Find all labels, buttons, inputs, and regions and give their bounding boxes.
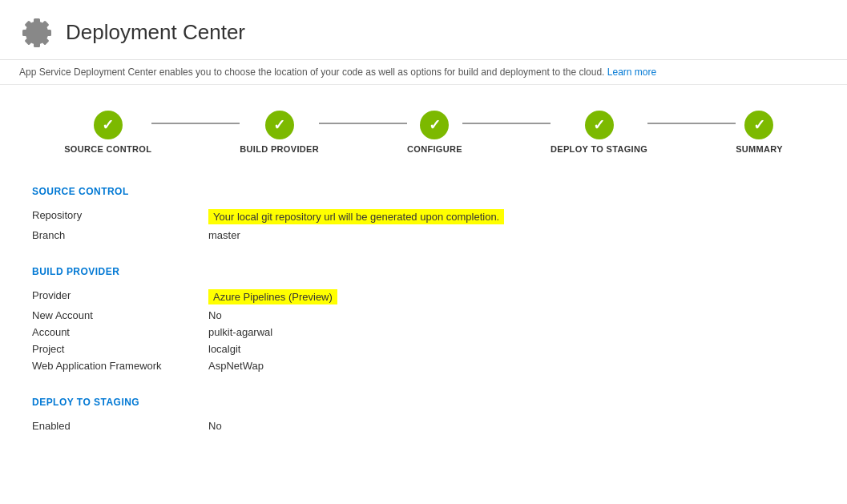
- deploy-to-staging-section: DEPLOY TO STAGING Enabled No: [32, 397, 815, 434]
- label-project: Project: [32, 343, 208, 355]
- build-provider-section: BUILD PROVIDER Provider Azure Pipelines …: [32, 266, 815, 374]
- step-label-4: DEPLOY TO STAGING: [551, 144, 647, 154]
- step-label-5: SUMMARY: [736, 144, 783, 154]
- value-enabled: No: [208, 420, 222, 432]
- content-area: SOURCE CONTROL Repository Your local git…: [0, 173, 847, 489]
- value-branch: master: [208, 229, 240, 241]
- step-label-3: CONFIGURE: [407, 144, 462, 154]
- learn-more-link[interactable]: Learn more: [607, 67, 656, 78]
- label-web-app-framework: Web Application Framework: [32, 360, 208, 372]
- value-account: pulkit-agarwal: [208, 326, 272, 338]
- source-control-section: SOURCE CONTROL Repository Your local git…: [32, 186, 815, 244]
- step-circle-2: ✓: [265, 111, 294, 139]
- value-repository: Your local git repository url will be ge…: [208, 209, 504, 224]
- step-line-4: [647, 123, 736, 124]
- step-circle-3: ✓: [420, 111, 449, 139]
- page-header: Deployment Center: [0, 0, 847, 60]
- step-label-1: SOURCE CONTROL: [64, 144, 151, 154]
- step-container: ✓ SOURCE CONTROL ✓ BUILD PROVIDER ✓ CONF…: [64, 111, 783, 154]
- label-provider: Provider: [32, 289, 208, 304]
- step-line-3: [462, 123, 551, 124]
- value-new-account: No: [208, 309, 222, 321]
- step-line-2: [319, 123, 407, 124]
- source-control-title: SOURCE CONTROL: [32, 186, 815, 197]
- label-repository: Repository: [32, 209, 208, 224]
- info-row-repository: Repository Your local git repository url…: [32, 207, 815, 227]
- deploy-to-staging-title: DEPLOY TO STAGING: [32, 397, 815, 408]
- value-web-app-framework: AspNetWap: [208, 360, 264, 372]
- info-row-web-app-framework: Web Application Framework AspNetWap: [32, 357, 815, 374]
- label-new-account: New Account: [32, 309, 208, 321]
- build-provider-title: BUILD PROVIDER: [32, 266, 815, 277]
- step-deploy-to-staging: ✓ DEPLOY TO STAGING: [551, 111, 647, 154]
- highlight-repository: Your local git repository url will be ge…: [208, 209, 504, 224]
- subtitle-bar: App Service Deployment Center enables yo…: [0, 60, 847, 85]
- step-circle-4: ✓: [585, 111, 614, 139]
- label-branch: Branch: [32, 229, 208, 241]
- highlight-provider: Azure Pipelines (Preview): [208, 289, 337, 304]
- step-circle-1: ✓: [94, 111, 123, 139]
- info-row-branch: Branch master: [32, 227, 815, 244]
- checkmark-1: ✓: [102, 116, 114, 134]
- subtitle-text: App Service Deployment Center enables yo…: [19, 67, 604, 78]
- step-circle-5: ✓: [744, 111, 773, 139]
- step-source-control: ✓ SOURCE CONTROL: [64, 111, 151, 154]
- label-account: Account: [32, 326, 208, 338]
- step-line-1: [151, 123, 240, 124]
- label-enabled: Enabled: [32, 420, 208, 432]
- build-provider-table: Provider Azure Pipelines (Preview) New A…: [32, 287, 815, 374]
- info-row-provider: Provider Azure Pipelines (Preview): [32, 287, 815, 307]
- info-row-enabled: Enabled No: [32, 417, 815, 434]
- info-row-new-account: New Account No: [32, 307, 815, 324]
- step-summary: ✓ SUMMARY: [736, 111, 783, 154]
- gear-icon: [19, 14, 54, 50]
- deploy-to-staging-table: Enabled No: [32, 417, 815, 434]
- checkmark-2: ✓: [273, 116, 285, 134]
- page-title: Deployment Center: [66, 20, 245, 45]
- step-configure: ✓ CONFIGURE: [407, 111, 462, 154]
- wizard-steps: ✓ SOURCE CONTROL ✓ BUILD PROVIDER ✓ CONF…: [0, 85, 847, 173]
- checkmark-3: ✓: [429, 116, 441, 134]
- checkmark-4: ✓: [593, 116, 605, 134]
- value-provider: Azure Pipelines (Preview): [208, 289, 337, 304]
- info-row-account: Account pulkit-agarwal: [32, 324, 815, 341]
- step-build-provider: ✓ BUILD PROVIDER: [240, 111, 319, 154]
- step-label-2: BUILD PROVIDER: [240, 144, 319, 154]
- checkmark-5: ✓: [753, 116, 765, 134]
- source-control-table: Repository Your local git repository url…: [32, 207, 815, 244]
- value-project: localgit: [208, 343, 240, 355]
- info-row-project: Project localgit: [32, 341, 815, 357]
